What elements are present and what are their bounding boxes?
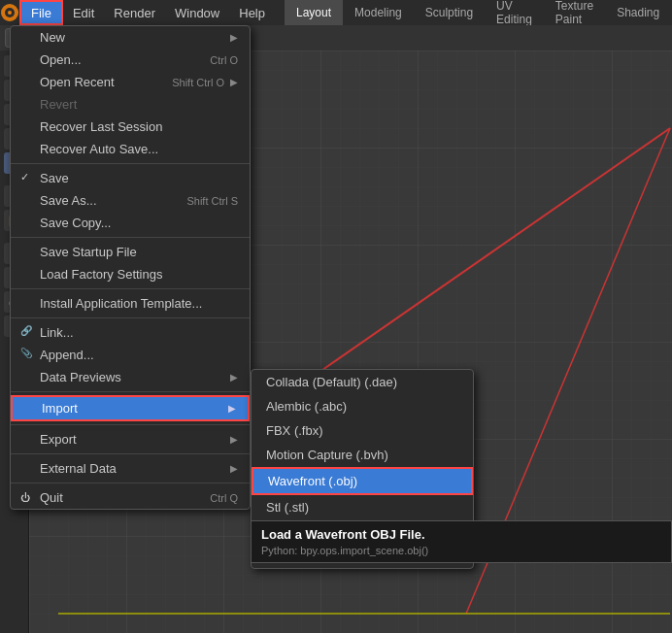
data-previews-arrow: ▶ bbox=[230, 372, 238, 383]
append-icon: 📎 bbox=[20, 348, 32, 358]
external-data-item[interactable]: External Data ▶ bbox=[11, 457, 250, 480]
tooltip-python: Python: bpy.ops.import_scene.obj() bbox=[261, 545, 661, 556]
separator-3 bbox=[11, 288, 250, 289]
load-factory-settings-item[interactable]: Load Factory Settings bbox=[11, 263, 250, 285]
save-as-menu-item[interactable]: Save As... Shift Ctrl S bbox=[11, 189, 250, 212]
new-arrow: ▶ bbox=[230, 32, 238, 43]
ws-tab-uv-editing[interactable]: UV Editing bbox=[485, 0, 544, 25]
ws-tab-modeling[interactable]: Modeling bbox=[343, 0, 414, 25]
import-arrow: ▶ bbox=[228, 403, 236, 414]
separator-2 bbox=[11, 237, 250, 238]
separator-7 bbox=[11, 453, 250, 454]
file-menu-button[interactable]: File bbox=[19, 0, 63, 25]
render-menu-button[interactable]: Render bbox=[104, 0, 165, 25]
stl-import-item[interactable]: Stl (.stl) bbox=[252, 495, 473, 519]
collada-import-item[interactable]: Collada (Default) (.dae) bbox=[252, 370, 473, 394]
data-previews-item[interactable]: Data Previews ▶ bbox=[11, 366, 250, 388]
save-copy-menu-item[interactable]: Save Copy... bbox=[11, 212, 250, 234]
link-icon: 🔗 bbox=[20, 325, 32, 336]
separator-6 bbox=[11, 424, 250, 425]
open-menu-item[interactable]: Open... Ctrl O bbox=[11, 49, 250, 71]
save-check-icon: ✓ bbox=[20, 171, 29, 183]
external-data-arrow: ▶ bbox=[230, 463, 238, 474]
recover-last-session-item[interactable]: Recover Last Session bbox=[11, 116, 250, 138]
save-startup-file-item[interactable]: Save Startup File bbox=[11, 241, 250, 263]
import-menu-item[interactable]: Import ▶ bbox=[11, 395, 250, 421]
alembic-import-item[interactable]: Alembic (.abc) bbox=[252, 394, 473, 418]
separator-8 bbox=[11, 483, 250, 483]
ws-tab-layout[interactable]: Layout bbox=[285, 0, 343, 25]
export-arrow: ▶ bbox=[230, 434, 238, 445]
open-recent-menu-item[interactable]: Open Recent Shift Ctrl O ▶ bbox=[11, 71, 250, 93]
link-menu-item[interactable]: 🔗 Link... bbox=[11, 321, 250, 344]
quit-menu-item[interactable]: ⏻ Quit Ctrl Q bbox=[11, 486, 250, 509]
tooltip-title: Load a Wavefront OBJ File. bbox=[261, 527, 661, 542]
install-template-item[interactable]: Install Application Template... bbox=[11, 292, 250, 315]
svg-point-2 bbox=[8, 11, 12, 15]
revert-menu-item[interactable]: Revert bbox=[11, 93, 250, 116]
export-menu-item[interactable]: Export ▶ bbox=[11, 428, 250, 450]
separator-5 bbox=[11, 391, 250, 392]
file-dropdown-menu: New ▶ Open... Ctrl O Open Recent Shift C… bbox=[10, 25, 251, 510]
wavefront-import-item[interactable]: Wavefront (.obj) bbox=[252, 467, 473, 495]
ws-tab-shading[interactable]: Shading bbox=[605, 0, 671, 25]
motion-capture-import-item[interactable]: Motion Capture (.bvh) bbox=[252, 443, 473, 467]
blender-logo bbox=[0, 0, 19, 25]
ws-tab-texture-paint[interactable]: Texture Paint bbox=[544, 0, 605, 25]
tooltip: Load a Wavefront OBJ File. Python: bpy.o… bbox=[251, 520, 672, 563]
window-menu-button[interactable]: Window bbox=[165, 0, 229, 25]
edit-menu-button[interactable]: Edit bbox=[63, 0, 104, 25]
append-menu-item[interactable]: 📎 Append... bbox=[11, 344, 250, 366]
recover-auto-save-item[interactable]: Recover Auto Save... bbox=[11, 138, 250, 160]
fbx-import-item[interactable]: FBX (.fbx) bbox=[252, 418, 473, 443]
new-label: New bbox=[40, 30, 65, 45]
new-menu-item[interactable]: New ▶ bbox=[11, 26, 250, 49]
help-menu-button[interactable]: Help bbox=[229, 0, 275, 25]
power-icon: ⏻ bbox=[20, 492, 30, 503]
separator-1 bbox=[11, 163, 250, 164]
separator-4 bbox=[11, 317, 250, 318]
save-menu-item[interactable]: ✓ Save bbox=[11, 167, 250, 189]
ws-tab-sculpting[interactable]: Sculpting bbox=[414, 0, 485, 25]
